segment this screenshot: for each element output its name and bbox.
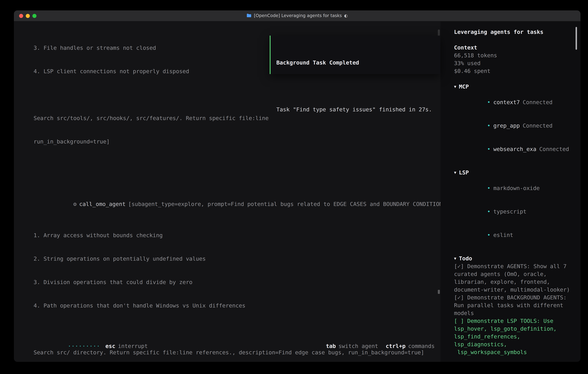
context-header: Context [454, 44, 574, 52]
lsp-name: eslint [493, 232, 513, 238]
terminal-line: run_in_background=true] [25, 138, 436, 145]
blank-line [276, 82, 441, 90]
terminal-line: 2. String operations on potentially unde… [25, 255, 436, 263]
mcp-status: Connected [523, 99, 553, 105]
tab-key-hint: tab [326, 343, 336, 349]
session-sidebar: Leveraging agents for tasks Context 66,5… [441, 21, 580, 362]
mcp-name: grep_app [493, 122, 520, 129]
context-used: 33% used [454, 59, 574, 67]
ctrlp-key-hint: ctrl+p [386, 343, 406, 349]
window-title-text: [OpenCode] Leveraging agents for tasks [254, 13, 342, 18]
toast-title: Background Task Completed [276, 59, 441, 67]
statusbar-left: ·········escinterrupt [28, 336, 148, 355]
bullet-icon: • [487, 185, 491, 191]
todo-item-active: [ ] Demonstrate LSP TOOLS: Use lsp_hover… [454, 317, 574, 356]
blank-line [25, 325, 436, 333]
chevron-down-icon: ▼ [454, 84, 456, 89]
chevron-down-icon: ▼ [454, 256, 456, 261]
mcp-name: context7 [493, 99, 520, 105]
mcp-item: •websearch_exaConnected [454, 137, 574, 161]
section-header-lsp[interactable]: ▼LSP [454, 169, 574, 177]
terminal-line: 4. Path operations that don't handle Win… [25, 302, 436, 310]
chevron-down-icon: ▼ [454, 170, 456, 175]
context-spent: $0.46 spent [454, 67, 574, 75]
scrollbar-thumb[interactable] [438, 290, 440, 294]
opencode-terminal-window: [OpenCode] Leveraging agents for tasks ◐… [14, 10, 580, 362]
gear-icon: ⚙ [73, 201, 77, 207]
mcp-status: Connected [523, 122, 553, 129]
todo-item: [✓] Demonstrate AGENTS: Show all 7 curat… [454, 262, 574, 294]
toast-notification[interactable]: Background Task Completed Task "Find typ… [270, 36, 441, 74]
statusbar-right: tabswitch agentctrl+pcommands [286, 336, 435, 355]
terminal-line: 3. Division operations that could divide… [25, 278, 436, 286]
tool-call-line: ⚙call_omo_agent[subagent_type=explore, p… [25, 192, 436, 216]
context-tokens: 66,518 tokens [454, 52, 574, 59]
todo-header-label: Todo [459, 255, 472, 261]
mcp-item: •context7Connected [454, 91, 574, 114]
window-titlebar[interactable]: [OpenCode] Leveraging agents for tasks ◐ [14, 10, 580, 21]
mcp-status: Connected [539, 146, 569, 152]
session-title: Leveraging agents for tasks [454, 28, 574, 36]
lsp-name: typescript [493, 208, 526, 215]
lsp-item: •markdown-oxide [454, 177, 574, 200]
bullet-icon: • [487, 232, 491, 238]
mcp-item: •grep_appConnected [454, 114, 574, 137]
statusbar: ·········escinterrupt tabswitch agentctr… [28, 342, 435, 350]
esc-key-hint: esc [105, 343, 115, 349]
lsp-name: markdown-oxide [493, 185, 540, 191]
ctrlp-key-label: commands [408, 343, 435, 349]
tool-args: [subagent_type=explore, prompt=Find pote… [128, 201, 479, 207]
lsp-header-label: LSP [459, 169, 469, 176]
session-status-icon: ◐ [344, 13, 348, 18]
bullet-icon: • [487, 99, 491, 105]
mcp-name: websearch_exa [493, 146, 536, 152]
bullet-icon: • [487, 208, 491, 215]
mcp-header-label: MCP [459, 83, 469, 90]
section-header-mcp[interactable]: ▼MCP [454, 83, 574, 91]
tab-key-label: switch agent [338, 343, 378, 349]
blank-line [25, 161, 436, 169]
bullet-icon: • [487, 146, 491, 152]
folder-icon [247, 14, 252, 18]
esc-key-label: interrupt [118, 343, 148, 349]
toast-message: Task "Find type safety issues" finished … [276, 105, 441, 113]
section-header-todo[interactable]: ▼Todo [454, 255, 574, 262]
working-spinner: ········· [68, 343, 100, 349]
window-title: [OpenCode] Leveraging agents for tasks ◐ [14, 13, 580, 19]
lsp-item: •typescript [454, 200, 574, 223]
terminal-main-pane[interactable]: 3. File handles or streams not closed 4.… [14, 21, 441, 362]
terminal-line: 1. Array access without bounds checking [25, 231, 436, 239]
sidebar-scrollbar-thumb[interactable] [576, 27, 577, 50]
tool-name: call_omo_agent [79, 201, 126, 207]
lsp-item: •eslint [454, 223, 574, 247]
screen: [OpenCode] Leveraging agents for tasks ◐… [0, 0, 588, 374]
todo-item: [✓] Demonstrate BACKGROUND AGENTS: Run p… [454, 294, 574, 317]
bullet-icon: • [487, 122, 491, 129]
